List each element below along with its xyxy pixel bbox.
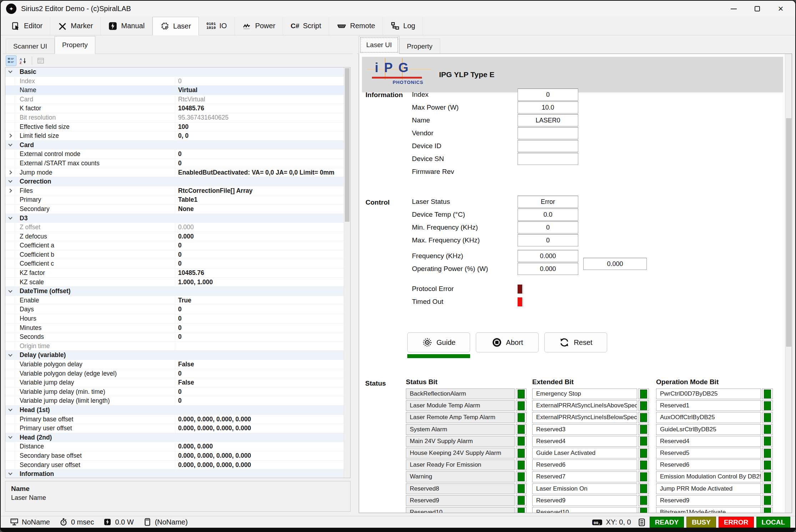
property-value[interactable]: 0 [175, 305, 344, 314]
field-value-box-2[interactable]: 0.000 [583, 258, 647, 270]
field-value-box[interactable]: 0.0 [518, 209, 578, 221]
property-value[interactable]: True [175, 296, 344, 305]
expand-chevron-icon[interactable] [8, 352, 12, 356]
categorized-view-button[interactable] [6, 55, 16, 66]
property-value[interactable] [175, 342, 344, 351]
tab-manual[interactable]: Manual [101, 17, 152, 35]
guide-button[interactable]: Guide [407, 332, 470, 352]
tab-script[interactable]: C# Script [283, 17, 329, 35]
tab-remote[interactable]: Remote [329, 17, 383, 35]
property-row[interactable]: Distance 0.000, 0.000 [5, 442, 344, 451]
property-value[interactable]: 0.000, 0.000 [175, 442, 344, 451]
property-row[interactable]: Variable polygon delay (edge level) 0 [5, 369, 344, 378]
expand-chevron-icon[interactable] [8, 170, 12, 174]
property-row[interactable]: Variable jump delay (limit length) 0 [5, 396, 344, 406]
property-value[interactable]: 0 [175, 259, 344, 268]
reset-button[interactable]: Reset [544, 332, 607, 352]
expand-chevron-icon[interactable] [8, 69, 12, 73]
property-row[interactable]: Variable polygon delay False [5, 360, 344, 369]
property-row[interactable]: Variable jump delay False [5, 378, 344, 387]
tab-log[interactable]: Log [383, 17, 423, 35]
property-row[interactable]: Delay (variable) [5, 351, 344, 360]
expand-chevron-icon[interactable] [8, 215, 12, 219]
property-row[interactable]: Basic [5, 67, 344, 77]
property-row[interactable]: Name Virtual [5, 86, 344, 95]
maximize-button[interactable] [745, 1, 769, 17]
property-value[interactable]: 0 [175, 369, 344, 378]
property-row[interactable]: Seconds 0 [5, 332, 344, 342]
property-value[interactable]: 95.367431640625 [175, 113, 344, 122]
alphabetical-sort-button[interactable]: AZ [18, 55, 29, 66]
tab-laser[interactable]: Laser [152, 17, 199, 35]
property-row[interactable]: External /START max counts 0 [5, 159, 344, 168]
field-value-box[interactable]: 0.000 [518, 263, 578, 275]
tab-editor[interactable]: Editor [4, 17, 50, 35]
expand-chevron-icon[interactable] [8, 435, 12, 438]
property-row[interactable]: Coefficient a 0 [5, 241, 344, 250]
property-row[interactable]: Bit resolution 95.367431640625 [5, 113, 344, 122]
property-row[interactable]: Limit field size 0, 0 [5, 131, 344, 141]
property-value[interactable]: 0 [175, 387, 344, 396]
field-value-box[interactable] [518, 127, 578, 139]
property-value[interactable]: 0 [175, 323, 344, 332]
property-value[interactable]: 0 [175, 314, 344, 323]
property-row[interactable]: Effective field size 100 [5, 122, 344, 132]
property-row[interactable]: Hours 0 [5, 314, 344, 323]
property-value[interactable]: False [175, 360, 344, 369]
property-row[interactable]: Enable True [5, 296, 344, 305]
field-value-box[interactable]: 0 [518, 221, 578, 234]
tab-right-property[interactable]: Property [399, 39, 440, 54]
property-value[interactable]: 1.000, 1.000 [175, 278, 344, 287]
property-value[interactable]: 0 [175, 332, 344, 341]
tab-scanner-ui[interactable]: Scanner UI [6, 39, 55, 54]
property-value[interactable]: 0 [175, 241, 344, 250]
property-row[interactable]: Coefficient b 0 [5, 250, 344, 260]
property-value[interactable]: 0 [175, 150, 344, 159]
tab-marker[interactable]: Marker [50, 17, 101, 35]
property-row[interactable]: Primary base offset 0.000, 0.000, 0.000,… [5, 415, 344, 424]
property-value[interactable]: 0 [175, 250, 344, 259]
property-value[interactable]: 0 [175, 396, 344, 405]
property-row[interactable]: Information [5, 470, 344, 478]
scrollbar-thumb[interactable] [786, 118, 791, 347]
property-value[interactable]: None [175, 205, 344, 214]
property-row[interactable]: Z defocus 0.000 [5, 232, 344, 241]
property-pages-button[interactable] [35, 55, 46, 66]
tab-left-property[interactable]: Property [55, 36, 95, 54]
property-row[interactable]: Head (2nd) [5, 433, 344, 442]
property-row[interactable]: Head (1st) [5, 406, 344, 415]
property-row[interactable]: Days 0 [5, 305, 344, 314]
property-row[interactable]: Card RtcVirtual [5, 95, 344, 104]
property-value[interactable]: 0.000, 0.000, 0.000, 0.000 [175, 461, 344, 470]
property-value[interactable] [175, 351, 344, 360]
tab-io[interactable]: 01011010 IO [199, 17, 235, 35]
close-button[interactable]: × [769, 1, 792, 17]
property-row[interactable]: Files RtcCorrectionFile[] Array [5, 186, 344, 196]
property-row[interactable]: Primary user offset 0.000, 0.000, 0.000,… [5, 424, 344, 433]
property-row[interactable]: External control mode 0 [5, 150, 344, 159]
property-row[interactable]: KZ factor 10485.76 [5, 268, 344, 278]
minimize-button[interactable] [722, 1, 745, 17]
property-value[interactable] [175, 433, 344, 442]
property-value[interactable]: 0.000, 0.000, 0.000, 0.000 [175, 415, 344, 424]
field-value-box[interactable] [518, 140, 578, 152]
property-value[interactable] [175, 287, 344, 296]
expand-chevron-icon[interactable] [8, 134, 12, 138]
property-value[interactable]: RtcCorrectionFile[] Array [175, 186, 344, 195]
property-row[interactable]: Secondary None [5, 205, 344, 214]
property-grid-scrollbar[interactable] [344, 67, 350, 478]
property-value[interactable]: 0, 0 [175, 131, 344, 140]
property-row[interactable]: Correction [5, 177, 344, 186]
property-row[interactable]: Coefficient c 0 [5, 259, 344, 268]
property-value[interactable] [175, 470, 344, 478]
expand-chevron-icon[interactable] [8, 179, 12, 183]
property-value[interactable]: Virtual [175, 86, 344, 95]
property-row[interactable]: Card [5, 141, 344, 150]
tab-laser-ui[interactable]: Laser UI [359, 36, 399, 54]
property-row[interactable]: Index 0 [5, 77, 344, 86]
property-row[interactable]: Jump mode EnabledButDeactivated: VA= 0,0… [5, 168, 344, 177]
property-value[interactable]: Table1 [175, 195, 344, 204]
expand-chevron-icon[interactable] [8, 189, 12, 192]
field-value-box[interactable]: 0 [518, 89, 578, 101]
property-value[interactable] [175, 141, 344, 150]
